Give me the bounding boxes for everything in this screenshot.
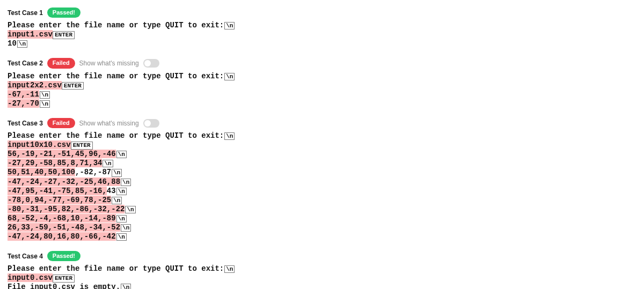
diff-highlight: 68,-52,-4,-68,10,-14,-89 <box>8 214 116 223</box>
newline-glyph: \n <box>224 132 235 140</box>
badge-failed: Failed <box>47 58 75 68</box>
diff-highlight: -27,29,-58,85,8,71,34 <box>8 159 102 167</box>
enter-glyph: ENTER <box>53 31 75 39</box>
badge-passed: Passed! <box>47 8 80 18</box>
show-missing-label: Show what's missing <box>79 120 139 127</box>
diff-highlight: 50,51,40,50,100 <box>8 168 75 176</box>
test-case: Test Case 4Passed!Please enter the file … <box>8 251 636 289</box>
diff-highlight: -67,-11 <box>8 90 39 99</box>
show-missing-toggle[interactable] <box>143 119 159 128</box>
show-missing-toggle[interactable] <box>143 59 159 68</box>
newline-glyph: \n <box>40 91 50 99</box>
test-case: Test Case 2FailedShow what's missingPlea… <box>8 58 636 108</box>
output-text: Please enter the file name or type QUIT … <box>8 131 224 140</box>
output-block: Please enter the file name or type QUIT … <box>8 72 636 108</box>
test-case-header: Test Case 3FailedShow what's missing <box>8 118 636 128</box>
diff-highlight: 26,33,-59,-51,-48,-34,-52 <box>8 223 120 232</box>
diff-highlight: -47,95,-41,-75,85,-16, <box>8 187 107 195</box>
test-case-header: Test Case 2FailedShow what's missing <box>8 58 636 68</box>
newline-glyph: \n <box>112 197 122 204</box>
enter-glyph: ENTER <box>71 142 93 150</box>
newline-glyph: \n <box>125 206 135 213</box>
output-block: Please enter the file name or type QUIT … <box>8 21 636 48</box>
enter-glyph: ENTER <box>62 82 84 90</box>
test-case-title: Test Case 4 <box>8 253 43 260</box>
diff-highlight: 56,-19,-21,-51,45,96,-46 <box>8 150 116 158</box>
diff-highlight: -78,0,94,-77,-69,78,-25 <box>8 196 111 204</box>
output-text: File input0.csv is empty. <box>8 283 120 289</box>
test-case-header: Test Case 1Passed! <box>8 8 636 18</box>
diff-highlight: input1.csv <box>8 30 53 39</box>
diff-highlight: -27,-70 <box>8 99 39 108</box>
output-text: Please enter the file name or type QUIT … <box>8 264 224 273</box>
newline-glyph: \n <box>40 100 50 108</box>
newline-glyph: \n <box>224 265 235 273</box>
newline-glyph: \n <box>103 160 113 167</box>
newline-glyph: \n <box>121 224 131 232</box>
newline-glyph: \n <box>116 233 127 241</box>
diff-highlight: input2x2.csv <box>8 81 62 90</box>
newline-glyph: \n <box>17 40 27 48</box>
newline-glyph: \n <box>224 73 235 80</box>
test-case: Test Case 1Passed!Please enter the file … <box>8 8 636 48</box>
newline-glyph: \n <box>116 188 127 195</box>
diff-highlight: -47,-24,-27,-32,-25,46,88 <box>8 177 120 186</box>
output-block: Please enter the file name or type QUIT … <box>8 264 636 289</box>
enter-glyph: ENTER <box>53 275 75 283</box>
test-case: Test Case 3FailedShow what's missingPlea… <box>8 118 636 241</box>
output-text: Please enter the file name or type QUIT … <box>8 21 224 29</box>
output-text: 10 <box>8 39 17 48</box>
diff-highlight: input10x10.csv <box>8 140 71 149</box>
test-case-title: Test Case 1 <box>8 9 43 17</box>
newline-glyph: \n <box>121 179 131 186</box>
test-case-title: Test Case 2 <box>8 60 43 67</box>
badge-passed: Passed! <box>47 251 80 261</box>
diff-highlight: -47,-24,80,16,80,-66,-42 <box>8 232 116 241</box>
test-case-title: Test Case 3 <box>8 120 43 127</box>
test-case-header: Test Case 4Passed! <box>8 251 636 261</box>
badge-failed: Failed <box>47 118 75 128</box>
newline-glyph: \n <box>224 22 235 29</box>
output-text: 43 <box>107 187 116 195</box>
diff-highlight: -80,-31,-95,82,-86,-32,-22 <box>8 205 125 213</box>
diff-highlight: input0.csv <box>8 273 53 282</box>
newline-glyph: \n <box>116 215 127 223</box>
newline-glyph: \n <box>116 151 127 158</box>
newline-glyph: \n <box>112 169 122 176</box>
show-missing-label: Show what's missing <box>79 60 139 67</box>
output-block: Please enter the file name or type QUIT … <box>8 131 636 241</box>
newline-glyph: \n <box>121 284 131 289</box>
output-text: ,-82,-87 <box>75 168 111 176</box>
output-text: Please enter the file name or type QUIT … <box>8 72 224 80</box>
